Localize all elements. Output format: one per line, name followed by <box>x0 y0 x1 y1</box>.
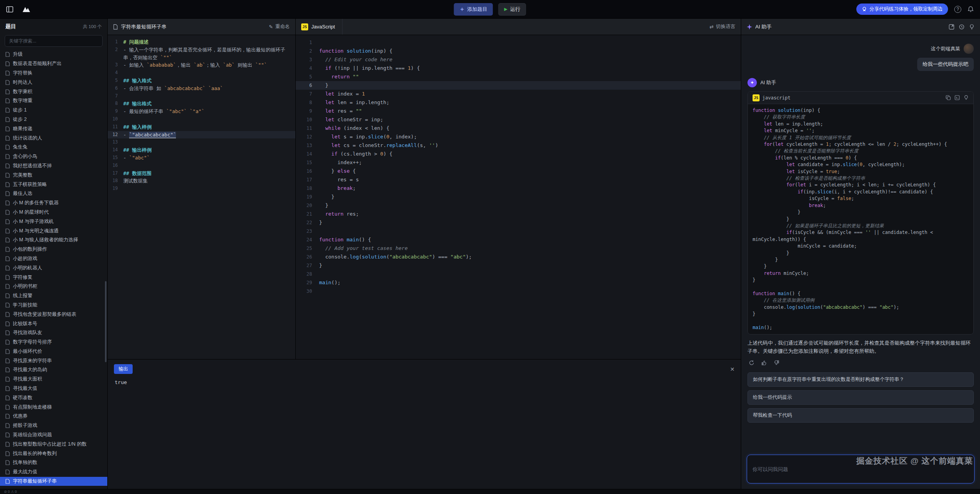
sidebar-item[interactable]: 五子棋获胜策略 <box>0 180 107 189</box>
code-line: minCycle = candidate; <box>753 243 969 250</box>
sidebar-item[interactable]: 小 M 与狼人拯救者的能力选择 <box>0 235 107 245</box>
sidebar-item[interactable]: 徒步 2 <box>0 115 107 124</box>
help-icon[interactable]: ? <box>954 6 961 13</box>
sidebar-item[interactable]: 英雄组合游戏问题 <box>0 430 107 440</box>
sidebar-item[interactable]: 寻找最大面积 <box>0 375 107 384</box>
sidebar-item[interactable]: 找单独的数 <box>0 458 107 467</box>
close-output-icon[interactable]: ✕ <box>730 366 735 372</box>
sidebar-item-label: 数字字母符号排序 <box>13 339 52 345</box>
sidebar-item[interactable]: 小 M 的多任务下载器 <box>0 198 107 208</box>
search-input[interactable] <box>5 35 103 47</box>
problem-count: 共 100 个 <box>83 24 102 30</box>
sidebar-item[interactable]: 数字乘积 <box>0 87 107 96</box>
sidebar-item[interactable]: 小 M 与弹子游戏机 <box>0 217 107 226</box>
sidebar-item[interactable]: 兔生兔 <box>0 143 107 152</box>
rename-button[interactable]: ✎ 重命名 <box>269 23 290 30</box>
app-logo-icon[interactable] <box>22 6 31 13</box>
lightbulb-icon[interactable] <box>969 24 975 30</box>
code-line: 9- 最短的循环子串 `"abc"` `"a"` <box>108 108 295 115</box>
document-icon <box>5 469 10 475</box>
sidebar-item[interactable]: 统计说谎的人 <box>0 133 107 143</box>
sidebar-item[interactable]: 比较版本号 <box>0 319 107 328</box>
sidebar-item[interactable]: 有点限制地走楼梯 <box>0 402 107 412</box>
sidebar-item[interactable]: 升级 <box>0 50 107 59</box>
problems-count: ⊘ 0 ⚠ 0 <box>4 490 17 494</box>
sidebar-item[interactable]: 时尚达人 <box>0 78 107 87</box>
sidebar-item-label: 小 M 与狼人拯救者的能力选择 <box>13 237 78 243</box>
sidebar-item[interactable]: 摇骰子游戏 <box>0 421 107 430</box>
regenerate-icon[interactable] <box>747 359 755 367</box>
thumbs-down-icon[interactable] <box>772 359 780 367</box>
document-icon <box>5 89 10 94</box>
sidebar-item[interactable]: 优惠券 <box>0 412 107 421</box>
sidebar-item[interactable]: 硬币凑数 <box>0 393 107 402</box>
sidebar-scrollbar[interactable] <box>105 281 107 362</box>
bulb-icon[interactable] <box>964 95 969 100</box>
promo-banner[interactable]: 分享代码练习体验，领取定制周边 <box>856 4 948 15</box>
sidebar-item[interactable]: 最佳人选 <box>0 189 107 198</box>
sidebar-item[interactable]: 糖果传递 <box>0 124 107 133</box>
line-number: 2 <box>296 47 319 55</box>
sidebar-item[interactable]: 小明的机器人 <box>0 263 107 273</box>
sidebar-item[interactable]: 数字增重 <box>0 96 107 106</box>
sidebar-item-label: 小 M 的星球时代 <box>13 209 49 216</box>
sidebar-item-label: 寻找最大值 <box>13 385 37 392</box>
sidebar-item[interactable]: 贪心的小鸟 <box>0 152 107 161</box>
sidebar-item[interactable]: 最大战力值 <box>0 467 107 477</box>
line-number: 15 <box>296 158 319 167</box>
sidebar-item[interactable]: 小超的游戏 <box>0 254 107 264</box>
sidebar-item[interactable]: 小包的数列操作 <box>0 245 107 254</box>
document-icon <box>5 303 10 308</box>
sidebar-item[interactable]: 字符修复 <box>0 273 107 282</box>
suggestion-button[interactable]: 给我一些代码提示 <box>747 390 974 405</box>
sidebar-item[interactable]: 完美整数 <box>0 170 107 180</box>
sidebar-item[interactable]: 数据表是否能顺利产出 <box>0 59 107 69</box>
sidebar-item[interactable]: 寻找最大值 <box>0 384 107 393</box>
suggestion-button[interactable]: 帮我检查一下代码 <box>747 408 974 423</box>
suggestion-button[interactable]: 如何判断子串在原字符串中重复出现的次数是否刚好构成整个字符串？ <box>747 372 974 387</box>
tab-javascript[interactable]: JS JavaScript <box>301 19 343 35</box>
sidebar-item[interactable]: 寻找包含斐波那契最多的链表 <box>0 310 107 319</box>
sidebar-item[interactable]: 小明的书柜 <box>0 282 107 291</box>
line-number: 27 <box>296 261 319 270</box>
badge-icon <box>862 7 867 12</box>
switch-language-button[interactable]: ⇄ 切换语言 <box>710 23 735 30</box>
sidebar-item[interactable]: 我好想逃但逃不掉 <box>0 161 107 171</box>
sidebar-item[interactable]: 寻找原来的字符串 <box>0 356 107 365</box>
sidebar-item[interactable]: 找出整型数组中占比超过 1/N 的数 <box>0 439 107 449</box>
expand-icon[interactable] <box>949 24 954 30</box>
ai-code-body: function solution(inp) { // 获取字符串长度 let … <box>748 104 973 334</box>
sidebar-item[interactable]: 字符串最短循环子串 <box>0 477 107 486</box>
add-problem-button[interactable]: ＋ 添加题目 <box>454 3 493 16</box>
run-button[interactable]: ▶ 运行 <box>498 3 526 16</box>
history-icon[interactable] <box>959 24 964 30</box>
problem-title: 字符串最短循环子串 <box>121 23 167 30</box>
insert-code-icon[interactable] <box>955 95 960 100</box>
sidebar-item[interactable]: 寻找游戏队友 <box>0 328 107 338</box>
document-icon <box>5 126 10 131</box>
sidebar-item[interactable]: 最小循环代价 <box>0 347 107 356</box>
ai-question-input[interactable] <box>747 455 975 483</box>
problem-body[interactable]: 1# 问题描述2- 输入一个字符串，判断其是否完全循环，若是循环的，输出最短的循… <box>108 35 295 359</box>
thumbs-up-icon[interactable] <box>760 359 768 367</box>
ai-code-block: JS javascript <box>747 91 974 335</box>
sidebar-item[interactable]: 小 M 与光明之魂连通 <box>0 226 107 235</box>
sidebar-item[interactable]: 找出最长的神奇数列 <box>0 449 107 458</box>
line-number: 17 <box>108 170 123 177</box>
sidebar-item[interactable]: 数字字母符号排序 <box>0 338 107 347</box>
sidebar-item[interactable]: 小 M 的星球时代 <box>0 208 107 217</box>
swap-icon: ⇄ <box>710 24 714 30</box>
bell-icon[interactable] <box>968 6 974 12</box>
sidebar-item[interactable]: 徒步 1 <box>0 106 107 115</box>
sidebar-item[interactable]: 寻找最大的岛屿 <box>0 365 107 375</box>
sidebar-item[interactable]: 字符替换 <box>0 69 107 78</box>
copy-icon[interactable] <box>946 95 951 100</box>
sidebar-item[interactable]: 线上报警 <box>0 291 107 301</box>
document-icon <box>5 414 10 419</box>
line-number: 14 <box>296 150 319 158</box>
sidebar-item[interactable]: 学习新技能 <box>0 301 107 310</box>
editor-body[interactable]: 1 2function solution(inp) {3 // Edit you… <box>296 35 741 359</box>
code-line: 12- `"abcabcabcabc"` <box>108 131 295 139</box>
document-icon <box>5 163 10 168</box>
sidebar-toggle-icon[interactable] <box>6 6 13 12</box>
